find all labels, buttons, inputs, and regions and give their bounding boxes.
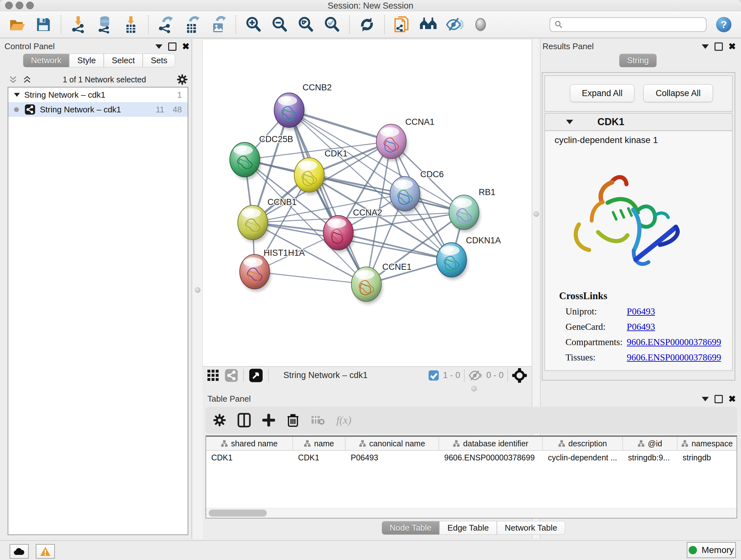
table-horizontal-scrollbar[interactable] bbox=[206, 508, 737, 518]
network-graph[interactable]: CCNB2CCNA1CDC25BCDK1CDC6RB1CCNB1CCNA2CDK… bbox=[203, 39, 532, 367]
collapse-panel-icon[interactable] bbox=[155, 44, 162, 49]
column-type-icon bbox=[558, 440, 565, 447]
string-home-icon[interactable] bbox=[419, 16, 437, 34]
collapse-panel-icon[interactable] bbox=[702, 44, 709, 49]
tab-style[interactable]: Style bbox=[69, 54, 104, 67]
edge-CCNB2-CCNE1[interactable] bbox=[289, 110, 366, 284]
close-panel-icon[interactable]: ✖ bbox=[729, 44, 736, 50]
refresh-icon[interactable] bbox=[358, 16, 376, 34]
edge-HIST1H1A-CCNE1[interactable] bbox=[255, 272, 366, 284]
expand-all-icon[interactable] bbox=[22, 75, 32, 84]
fit-selected-crosshair-icon[interactable] bbox=[512, 368, 527, 383]
table-toolbar: f(x) bbox=[205, 407, 737, 434]
cloud-button[interactable] bbox=[10, 544, 29, 559]
collection-expand-icon[interactable] bbox=[14, 93, 20, 97]
right-splitter-handle[interactable] bbox=[534, 211, 539, 217]
pharos-link[interactable]: P06493 bbox=[627, 368, 655, 369]
main-toolbar: ? bbox=[0, 11, 741, 38]
compartments-link[interactable]: 9606.ENSP00000378699 bbox=[627, 337, 721, 348]
column-header[interactable]: @id bbox=[623, 437, 677, 450]
canvas-table-splitter-handle[interactable] bbox=[471, 386, 477, 391]
share-document-icon[interactable] bbox=[393, 16, 411, 34]
float-panel-icon[interactable] bbox=[715, 43, 723, 51]
close-panel-icon[interactable]: ✖ bbox=[729, 396, 736, 402]
genecard-link[interactable]: P06493 bbox=[627, 321, 655, 332]
protein-structure-image bbox=[560, 165, 691, 276]
tab-node-table[interactable]: Node Table bbox=[382, 521, 440, 535]
collection-label: String Network – cdk1 bbox=[24, 90, 105, 100]
column-header[interactable]: database identifier bbox=[439, 437, 543, 450]
svg-text:?: ? bbox=[721, 19, 727, 30]
column-header[interactable]: shared name bbox=[206, 437, 293, 450]
column-header[interactable]: name bbox=[293, 437, 346, 450]
collapse-all-icon[interactable] bbox=[8, 75, 18, 84]
node-RB1[interactable]: RB1 bbox=[449, 187, 495, 232]
import-table-icon[interactable] bbox=[122, 16, 140, 34]
delete-column-icon[interactable] bbox=[286, 413, 299, 428]
zoom-out-icon[interactable] bbox=[271, 16, 288, 34]
import-network-icon[interactable] bbox=[70, 16, 87, 34]
tab-network[interactable]: Network bbox=[23, 54, 69, 67]
column-header[interactable]: canonical name bbox=[346, 437, 439, 450]
app-window: Session: New Session bbox=[0, 0, 741, 560]
expand-all-button[interactable]: Expand All bbox=[570, 84, 634, 102]
help-icon[interactable]: ? bbox=[715, 16, 733, 34]
collapse-all-button[interactable]: Collapse All bbox=[643, 84, 713, 102]
close-panel-icon[interactable]: ✖ bbox=[182, 44, 190, 50]
network-collection-row[interactable]: String Network – cdk1 1 bbox=[8, 87, 188, 102]
tissues-link[interactable]: 9606.ENSP00000378699 bbox=[627, 352, 721, 363]
tab-sets[interactable]: Sets bbox=[143, 54, 175, 67]
search-input[interactable] bbox=[549, 17, 706, 32]
tab-string[interactable]: String bbox=[619, 54, 657, 67]
node-CCNE1[interactable]: CCNE1 bbox=[351, 262, 412, 304]
save-session-icon[interactable] bbox=[35, 16, 52, 34]
float-panel-icon[interactable] bbox=[168, 43, 177, 51]
grey-sphere-icon[interactable] bbox=[472, 16, 489, 34]
zoom-fit-icon[interactable] bbox=[297, 16, 315, 34]
tab-select[interactable]: Select bbox=[104, 54, 143, 67]
tab-edge-table[interactable]: Edge Table bbox=[440, 521, 497, 535]
left-splitter-handle[interactable] bbox=[195, 287, 200, 293]
collapse-panel-icon[interactable] bbox=[702, 397, 709, 401]
gene-expand-icon[interactable] bbox=[566, 120, 573, 124]
node-CCNB1[interactable]: CCNB1 bbox=[238, 197, 297, 242]
export-table-icon[interactable] bbox=[183, 16, 201, 34]
export-network-icon[interactable] bbox=[157, 16, 175, 34]
network-row[interactable]: String Network – cdk1 11 48 bbox=[8, 102, 188, 117]
show-columns-icon[interactable] bbox=[238, 413, 251, 428]
network-thumbnail-icon[interactable] bbox=[225, 369, 238, 382]
table-panel-title: Table Panel bbox=[207, 394, 251, 404]
node-HIST1H1A[interactable]: HIST1H1A bbox=[240, 248, 305, 292]
selected-checkbox-icon[interactable] bbox=[428, 370, 439, 381]
current-network-dot-icon bbox=[14, 107, 19, 112]
warnings-button[interactable] bbox=[36, 544, 55, 559]
grid-view-icon[interactable] bbox=[207, 369, 219, 382]
import-database-icon[interactable] bbox=[96, 16, 114, 34]
column-header[interactable]: namespace bbox=[677, 437, 737, 450]
add-column-icon[interactable] bbox=[262, 414, 275, 427]
scrollbar-thumb[interactable] bbox=[209, 509, 267, 516]
node-CDC6[interactable]: CDC6 bbox=[390, 170, 444, 213]
table-row[interactable]: CDK1 CDK1 P06493 9606.ENSP00000378699 cy… bbox=[206, 451, 737, 464]
network-canvas[interactable]: CCNB2CCNA1CDC25BCDK1CDC6RB1CCNB1CCNA2CDK… bbox=[202, 39, 532, 367]
float-panel-icon[interactable] bbox=[715, 395, 723, 403]
memory-button[interactable]: Memory bbox=[687, 542, 736, 558]
table-options-gear-icon[interactable] bbox=[213, 414, 226, 427]
node-label-CDK1: CDK1 bbox=[325, 149, 347, 159]
uniprot-link[interactable]: P06493 bbox=[627, 306, 655, 317]
node-table: shared name name canonical name database… bbox=[205, 435, 737, 518]
birdseye-view-icon[interactable] bbox=[249, 368, 263, 382]
canvas-table-splitter[interactable] bbox=[202, 384, 532, 393]
network-options-gear-icon[interactable] bbox=[177, 74, 188, 85]
left-splitter[interactable] bbox=[192, 39, 203, 539]
open-session-icon[interactable] bbox=[8, 16, 26, 34]
network-view-toolbar: String Network – cdk1 1 - 0 0 - 0 bbox=[202, 366, 532, 384]
column-header[interactable]: description bbox=[543, 437, 623, 450]
zoom-in-icon[interactable] bbox=[245, 16, 262, 34]
zoom-selected-icon[interactable] bbox=[323, 16, 341, 34]
gene-section-header[interactable]: CDK1 bbox=[545, 114, 732, 131]
tab-network-table[interactable]: Network Table bbox=[497, 521, 565, 535]
export-image-icon[interactable] bbox=[209, 16, 227, 34]
node-CDKN1A[interactable]: CDKN1A bbox=[436, 236, 501, 280]
enhanced-labels-icon[interactable] bbox=[446, 16, 463, 34]
